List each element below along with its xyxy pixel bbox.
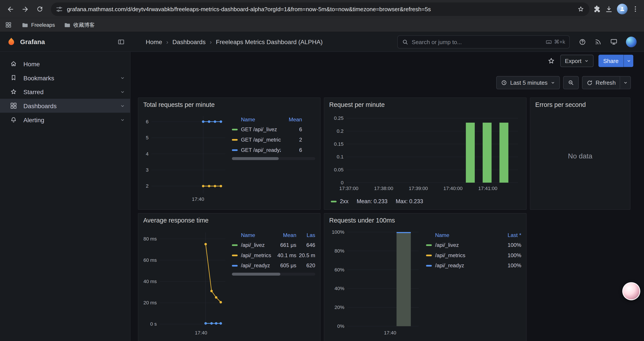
legend-scrollbar[interactable] <box>232 273 315 276</box>
breadcrumb-current: Freeleaps Metrics Dashboard (ALPHA) <box>216 38 323 45</box>
legend-row[interactable]: GET /api/_livez6 <box>232 124 315 135</box>
series-name[interactable]: GET /api/_metrics <box>241 137 281 143</box>
time-controls: Last 5 minutes Refresh <box>496 76 631 90</box>
time-range-picker[interactable]: Last 5 minutes <box>496 76 560 89</box>
bookmark-icon <box>10 74 17 81</box>
search-box[interactable]: ⌘+k <box>398 35 570 48</box>
kebab-menu-icon <box>632 5 639 13</box>
panel-title[interactable]: Errors per second <box>535 101 625 109</box>
extensions-button[interactable] <box>594 5 601 13</box>
chevron-down-icon[interactable] <box>120 103 125 108</box>
apps-grid-button[interactable] <box>5 21 12 28</box>
bookmark-folder-blogs[interactable]: 收藏博客 <box>61 20 98 30</box>
legend-row[interactable]: /api/_metrics40.1 ms20.5 m <box>232 250 315 260</box>
display-button[interactable] <box>610 38 618 46</box>
dashboards-grid-icon <box>10 102 17 110</box>
series-name[interactable]: /api/_metrics <box>435 252 495 258</box>
legend-column-header[interactable]: Name <box>232 116 281 122</box>
series-name[interactable]: 2xx <box>340 198 348 204</box>
svg-text:4: 4 <box>146 151 148 157</box>
breadcrumb-dashboards[interactable]: Dashboards <box>172 38 206 45</box>
forward-button[interactable] <box>18 2 32 16</box>
panel-body: 0.250.20.150.10.05017:37:0017:38:0017:39… <box>329 112 521 204</box>
url-bar[interactable]: grafana.mathmast.com/d/deytv4rwavabkb/fr… <box>51 2 590 16</box>
legend-scrollbar-thumb[interactable] <box>232 273 280 276</box>
news-button[interactable] <box>594 38 602 46</box>
series-name[interactable]: /api/_readyz <box>241 262 273 269</box>
legend-row[interactable]: /api/_livez661 μs646 <box>232 240 315 250</box>
share-button[interactable]: Share <box>598 55 624 67</box>
breadcrumb-home[interactable]: Home <box>146 38 162 45</box>
panel-title[interactable]: Requests under 100ms <box>329 217 521 224</box>
profile-avatar[interactable] <box>617 4 628 15</box>
browser-menu-button[interactable] <box>632 5 639 13</box>
legend-column-header[interactable]: Mean <box>281 116 302 122</box>
panel-body: 100%80%60%40%20%0%17:40NameLast */api/_l… <box>329 228 521 339</box>
downloads-button[interactable] <box>605 5 613 13</box>
zoom-out-button[interactable] <box>563 76 579 89</box>
series-name[interactable]: /api/_readyz <box>435 262 495 269</box>
reload-icon <box>36 5 44 13</box>
chevron-down-icon[interactable] <box>120 75 125 80</box>
search-input[interactable] <box>412 38 545 45</box>
sidebar-item-label: Starred <box>24 88 44 95</box>
legend-column-header[interactable]: Name <box>426 232 495 238</box>
breadcrumb-separator: › <box>166 38 168 45</box>
legend-scrollbar-thumb[interactable] <box>232 157 278 160</box>
sidebar-item-dashboards[interactable]: Dashboards <box>0 99 130 113</box>
legend-column-header[interactable]: Las <box>296 232 315 238</box>
sidebar-item-starred[interactable]: Starred <box>0 85 130 99</box>
series-value: 661 μs <box>273 242 296 248</box>
grafana-logo[interactable] <box>6 37 16 47</box>
series-color-dash <box>232 139 238 140</box>
chart-plot: 0.250.20.150.10.05017:37:0017:38:0017:39… <box>329 112 521 195</box>
refresh-interval-button[interactable] <box>620 76 631 89</box>
legend-scrollbar[interactable] <box>232 157 315 160</box>
panel-title[interactable]: Total requests per minute <box>143 101 316 109</box>
chevron-down-icon[interactable] <box>120 89 125 94</box>
legend-column-header[interactable]: Mean <box>273 232 296 238</box>
help-button[interactable] <box>579 38 586 46</box>
legend-row[interactable]: /api/_readyz100% <box>426 260 521 271</box>
sidebar-item-alerting[interactable]: Alerting <box>0 113 130 127</box>
panel-title[interactable]: Request per minute <box>329 101 521 109</box>
floating-assistant-avatar[interactable] <box>622 282 640 300</box>
sidebar-toggle-button[interactable] <box>118 38 125 46</box>
legend-column-header[interactable]: Last * <box>495 232 521 238</box>
back-button[interactable] <box>3 2 17 16</box>
grafana-header: Grafana Home › Dashboards › Freeleaps Me… <box>0 32 644 52</box>
legend-column-header[interactable]: Name <box>232 232 273 238</box>
extensions-icon <box>594 5 601 13</box>
series-color-dash <box>331 201 336 202</box>
site-info-icon[interactable] <box>56 6 63 13</box>
legend-row[interactable]: /api/_metrics100% <box>426 250 521 260</box>
legend-row[interactable]: GET /api/_readyz6 <box>232 145 315 155</box>
bookmark-folder-freeleaps[interactable]: Freeleaps <box>18 20 58 30</box>
series-name[interactable]: GET /api/_livez <box>241 126 281 132</box>
legend-row[interactable]: /api/_readyz605 μs620 <box>232 260 315 271</box>
export-button[interactable]: Export <box>560 55 593 67</box>
legend-item[interactable]: 2xxMean: 0.233Max: 0.233 <box>331 198 423 204</box>
svg-text:40%: 40% <box>334 286 344 291</box>
share-menu-button[interactable] <box>624 55 633 67</box>
favorite-dashboard-button[interactable] <box>547 57 555 65</box>
url-text[interactable]: grafana.mathmast.com/d/deytv4rwavabkb/fr… <box>67 6 573 12</box>
svg-text:17:40: 17:40 <box>384 330 396 335</box>
legend-row[interactable]: /api/_livez100% <box>426 240 521 250</box>
series-value: 20.5 m <box>296 252 315 258</box>
series-name[interactable]: /api/_metrics <box>241 252 273 258</box>
sidebar-item-home[interactable]: Home <box>0 57 130 71</box>
series-name[interactable]: GET /api/_readyz <box>241 147 281 153</box>
series-name[interactable]: /api/_livez <box>435 242 495 248</box>
refresh-button[interactable]: Refresh <box>582 76 620 89</box>
chevron-down-icon[interactable] <box>120 117 125 122</box>
reload-button[interactable] <box>33 2 47 16</box>
series-name[interactable]: /api/_livez <box>241 242 273 248</box>
legend-row[interactable]: GET /api/_metrics2 <box>232 135 315 145</box>
series-value: 6 <box>281 147 302 153</box>
user-avatar[interactable] <box>626 37 637 47</box>
sidebar-item-bookmarks[interactable]: Bookmarks <box>0 71 130 85</box>
panel-title[interactable]: Average response time <box>143 217 316 224</box>
bookmark-star-icon[interactable] <box>577 5 584 13</box>
series-color-dash <box>232 265 238 266</box>
